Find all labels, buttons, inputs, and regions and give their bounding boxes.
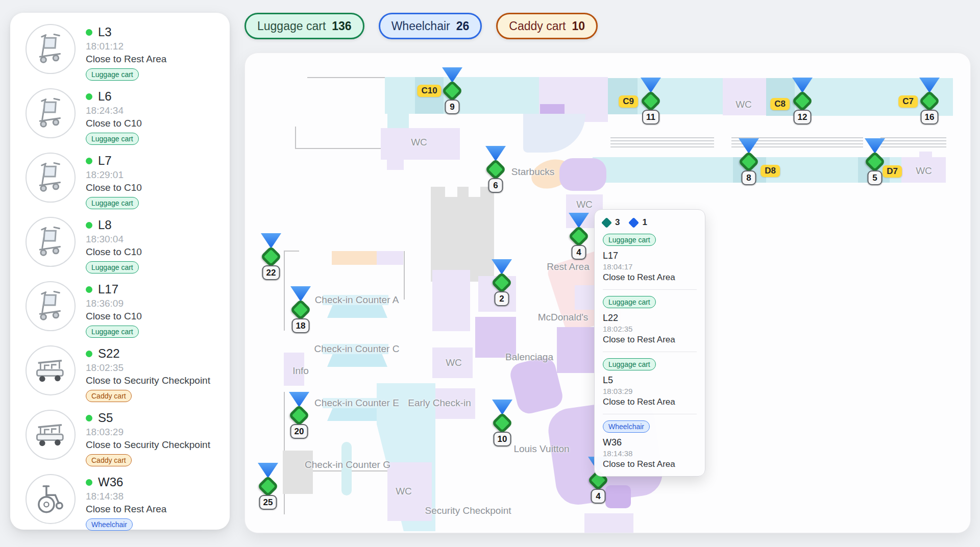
asset-id: S22 [98, 346, 120, 361]
avatar [26, 281, 76, 331]
list-item-L3[interactable]: L318:01:12Close to Rest AreaLuggage cart [10, 19, 230, 83]
cluster-diamond-icon [628, 217, 639, 228]
area-label: WC [411, 137, 427, 148]
asset-id: L7 [98, 154, 112, 168]
popup-entry-L17[interactable]: Luggage cartL1718:04:17Close to Rest Are… [603, 234, 697, 283]
list-item-L7[interactable]: L718:29:01Close to C10Luggage cart [10, 147, 230, 212]
item-name-row: L6 [86, 89, 142, 104]
last-seen-time: 18:30:04 [86, 234, 142, 245]
cluster-count: 3 [603, 217, 620, 228]
structure-block [457, 187, 469, 198]
selection-arrow-icon [261, 233, 281, 248]
item-info: L818:30:04Close to C10Luggage cart [86, 217, 142, 274]
list-item-W36[interactable]: W3618:14:38Close to Rest AreaWheelchair [10, 469, 230, 533]
filter-pill-wheelchair[interactable]: Wheelchair26 [379, 13, 482, 39]
cluster-count-value: 1 [642, 217, 647, 228]
last-seen-time: 18:03:29 [603, 387, 697, 395]
list-item-S5[interactable]: S518:03:29Close to Security CheckpointCa… [10, 405, 230, 469]
selection-arrow-icon [492, 259, 512, 275]
marker-count-badge: 6 [488, 178, 503, 193]
cluster-entries: Luggage cartL1718:04:17Close to Rest Are… [603, 234, 697, 469]
selection-arrow-icon [290, 286, 311, 302]
filter-pill-count: 136 [332, 19, 351, 33]
shop-zone [559, 158, 606, 191]
moving-walkway [880, 137, 946, 147]
asset-list: L318:01:12Close to Rest AreaLuggage cart… [10, 19, 230, 533]
area-label: Check-in Counter E [314, 397, 399, 409]
avatar [26, 474, 76, 524]
cluster-popup[interactable]: 31 Luggage cartL1718:04:17Close to Rest … [594, 209, 705, 477]
selection-arrow-icon [289, 392, 309, 407]
airport-map[interactable]: WCWCWCStarbucksWCRest AreaMcDonald'sBale… [244, 53, 971, 533]
asset-type-badge: Luggage cart [86, 133, 139, 145]
structure-block [431, 187, 445, 198]
asset-type-badge: Wheelchair [603, 420, 650, 433]
avatar [26, 345, 76, 395]
wheelchair-icon [32, 479, 69, 519]
popup-entry-L22[interactable]: Luggage cartL2218:02:35Close to Rest Are… [603, 296, 697, 345]
area-label: Louis Vuitton [513, 443, 569, 455]
wall-line [295, 148, 381, 149]
gate-label-D8: D8 [761, 165, 780, 177]
asset-id: L22 [603, 313, 697, 324]
asset-diamond-icon [260, 246, 282, 267]
asset-id: L8 [98, 218, 112, 232]
area-label: Rest Area [547, 261, 589, 272]
last-seen-time: 18:04:17 [603, 262, 697, 271]
selection-arrow-icon [485, 146, 506, 161]
luggage-cart-icon [32, 222, 69, 262]
item-info: L718:29:01Close to C10Luggage cart [86, 153, 142, 209]
popup-entry-W36[interactable]: WheelchairW3618:14:38Close to Rest Area [603, 420, 697, 469]
filter-pill-caddy[interactable]: Caddy cart10 [496, 13, 598, 39]
list-item-L6[interactable]: L618:24:34Close to C10Luggage cart [10, 83, 230, 147]
last-seen-time: 18:14:38 [603, 449, 697, 458]
wc-zone [919, 152, 932, 157]
asset-type-badge: Caddy cart [86, 454, 132, 466]
cluster-count-value: 3 [615, 217, 620, 228]
status-dot-icon [86, 479, 92, 486]
item-info: L1718:36:09Close to C10Luggage cart [86, 281, 142, 338]
gate-label-C7: C7 [898, 95, 918, 108]
caddy-cart-icon [32, 415, 69, 455]
area-label: Info [292, 365, 309, 377]
item-info: L318:01:12Close to Rest AreaLuggage cart [86, 24, 166, 81]
asset-diamond-icon [485, 159, 506, 180]
asset-type-badge: Luggage cart [86, 68, 139, 81]
marker-count-badge: 25 [259, 495, 277, 510]
divider [603, 352, 697, 352]
wall-line [284, 251, 285, 331]
area-label: Early Check-in [408, 397, 471, 409]
corridor-zone [523, 114, 585, 153]
marker-count-badge: 4 [591, 489, 606, 504]
luggage-cart-icon [32, 29, 69, 69]
last-seen-time: 18:29:01 [86, 169, 142, 181]
shop-zone [377, 251, 403, 265]
asset-diamond-icon [568, 226, 590, 247]
status-dot-icon [86, 222, 92, 229]
gate-label-C8: C8 [770, 98, 790, 110]
item-name-row: L3 [86, 25, 166, 39]
item-name-row: L17 [86, 282, 142, 296]
item-name-row: L7 [86, 154, 142, 168]
marker-count-badge: 10 [494, 432, 511, 446]
list-item-S22[interactable]: S2218:02:35Close to Security CheckpointC… [10, 340, 230, 405]
status-dot-icon [86, 286, 92, 293]
item-info: S518:03:29Close to Security CheckpointCa… [86, 410, 210, 466]
last-seen-time: 18:36:09 [86, 298, 142, 309]
filter-pill-luggage[interactable]: Luggage cart136 [244, 13, 364, 39]
asset-location: Close to C10 [86, 246, 142, 258]
asset-diamond-icon [492, 412, 513, 434]
list-item-L17[interactable]: L1718:36:09Close to C10Luggage cart [10, 276, 230, 340]
asset-location: Close to C10 [86, 182, 142, 193]
list-item-L8[interactable]: L818:30:04Close to C10Luggage cart [10, 212, 230, 276]
popup-entry-L5[interactable]: Luggage cartL518:03:29Close to Rest Area [603, 358, 697, 407]
asset-type-badge: Luggage cart [603, 296, 656, 308]
asset-type-badge: Luggage cart [86, 197, 139, 209]
structure-block [431, 197, 494, 282]
marker-count-badge: 22 [262, 265, 280, 280]
avatar [26, 410, 76, 460]
last-seen-time: 18:02:35 [603, 325, 697, 333]
cluster-count: 1 [630, 217, 647, 228]
last-seen-time: 18:24:34 [86, 105, 142, 116]
item-name-row: L8 [86, 218, 142, 232]
